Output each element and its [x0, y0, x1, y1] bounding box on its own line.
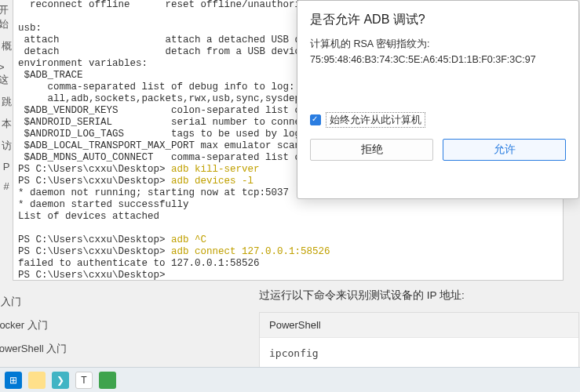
code-block-body[interactable]: ipconfig [260, 338, 578, 368]
always-allow-row[interactable]: 始终允许从此计算机 [310, 112, 566, 128]
checkbox-icon[interactable] [310, 114, 321, 125]
doc-paragraph: 过运行以下命令来识别测试设备的 IP 地址: [259, 287, 579, 304]
code-block: PowerShell ipconfig [259, 312, 579, 369]
gutter-item: 跳 [2, 95, 12, 109]
files-icon[interactable] [28, 372, 46, 389]
gutter-item: 概 [2, 39, 12, 53]
toc-item[interactable]: # 入门 [0, 290, 67, 314]
start-icon[interactable]: ⊞ [5, 372, 22, 389]
gutter-item: P [3, 161, 10, 172]
gutter-item: # [3, 180, 9, 192]
allow-button[interactable]: 允许 [443, 139, 566, 161]
always-allow-label: 始终允许从此计算机 [326, 112, 425, 128]
gutter-item: 访 [2, 139, 12, 153]
text-icon[interactable]: T [75, 372, 93, 389]
android-icon[interactable] [99, 372, 116, 389]
toc-item[interactable]: PowerShell 入门 [0, 337, 67, 361]
deny-button[interactable]: 拒绝 [310, 139, 433, 161]
gutter-item: 本 [2, 117, 12, 131]
adb-auth-dialog: 是否允许 ADB 调试? 计算机的 RSA 密钥指纹为: 75:95:48:46… [297, 0, 579, 199]
dialog-title: 是否允许 ADB 调试? [310, 12, 566, 28]
toc-item[interactable]: Docker 入门 [0, 314, 67, 337]
dialog-subtitle: 计算机的 RSA 密钥指纹为: [310, 38, 566, 51]
code-block-title: PowerShell [260, 313, 578, 338]
rsa-fingerprint: 75:95:48:46:B3:74:3C:5E:A6:45:D1:1B:F0:3… [310, 54, 566, 65]
taskbar[interactable]: ⊞ ❯ T [0, 367, 580, 392]
terminal-icon[interactable]: ❯ [52, 372, 69, 389]
